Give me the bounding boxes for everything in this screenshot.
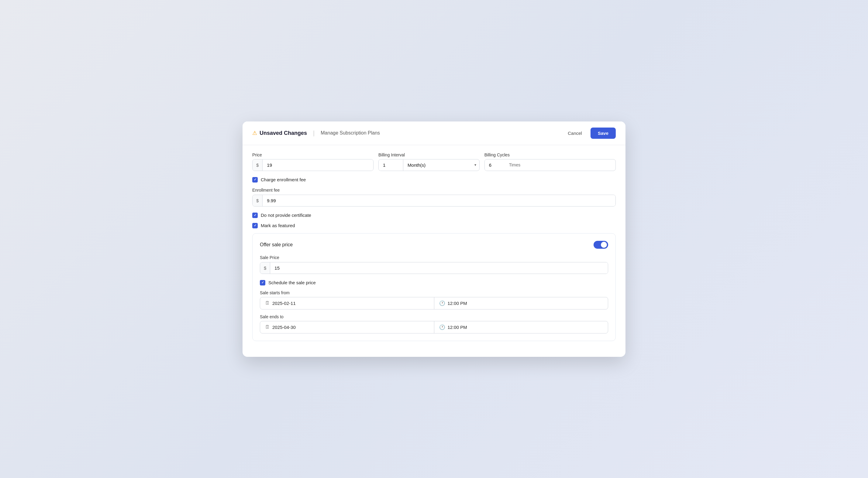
billing-interval-group: Billing Interval Month(s) Week(s) Year(s…: [378, 152, 479, 171]
sale-ends-time-field[interactable]: 🕐 12:00 PM: [434, 321, 608, 333]
checkmark-icon: ✓: [254, 224, 256, 227]
sale-price-field: Sale Price $: [260, 255, 608, 274]
sale-ends-row: 🗓 2025-04-30 🕐 12:00 PM: [260, 321, 608, 334]
unsaved-title: Unsaved Changes: [259, 130, 307, 136]
modal-container: ⚠ Unsaved Changes | Manage Subscription …: [243, 122, 625, 357]
calendar-icon: 🗓: [265, 325, 270, 330]
enrollment-fee-input-wrapper: $: [252, 195, 616, 206]
price-group: Price $: [252, 152, 374, 171]
sale-price-input-wrapper: $: [260, 262, 608, 274]
form-content: Price $ Billing Interval Month(s): [252, 145, 616, 341]
modal-body: Price $ Billing Interval Month(s): [243, 145, 625, 357]
sale-price-prefix: $: [260, 262, 270, 274]
mark-featured-label: Mark as featured: [261, 223, 295, 228]
cancel-button[interactable]: Cancel: [563, 128, 587, 138]
toggle-knob: [601, 242, 607, 248]
sale-starts-label: Sale starts from: [260, 290, 608, 295]
billing-interval-select[interactable]: Month(s) Week(s) Year(s): [403, 160, 479, 171]
billing-interval-input-wrapper: Month(s) Week(s) Year(s) ▾: [378, 159, 479, 171]
billing-interval-label: Billing Interval: [378, 152, 479, 157]
charge-enrollment-row: ✓ Charge enrollment fee: [252, 177, 616, 182]
sale-ends-field: Sale ends to 🗓 2025-04-30 🕐 12:00 PM: [260, 314, 608, 334]
pricing-row: Price $ Billing Interval Month(s): [252, 152, 616, 171]
billing-interval-number-input[interactable]: [379, 160, 403, 171]
clock-icon: 🕐: [439, 325, 445, 330]
checkmark-icon: ✓: [261, 281, 264, 284]
header-divider: |: [313, 130, 315, 137]
price-prefix: $: [253, 160, 262, 171]
schedule-sale-checkbox[interactable]: ✓: [260, 280, 265, 285]
sale-price-box: Offer sale price Sale Price $: [252, 233, 616, 341]
checkmark-icon: ✓: [254, 213, 256, 217]
sale-price-header: Offer sale price: [260, 241, 608, 249]
billing-cycles-suffix: Times: [509, 160, 525, 170]
checkmark-icon: ✓: [254, 178, 256, 181]
enrollment-fee-input[interactable]: [262, 195, 615, 206]
sale-ends-label: Sale ends to: [260, 314, 608, 319]
billing-cycles-input-wrapper: Times: [485, 159, 616, 171]
billing-cycles-label: Billing Cycles: [485, 152, 616, 157]
price-input[interactable]: [262, 160, 373, 171]
no-certificate-checkbox[interactable]: ✓: [252, 213, 258, 218]
save-button[interactable]: Save: [591, 128, 616, 139]
sale-price-label: Sale Price: [260, 255, 279, 260]
sale-starts-date-field[interactable]: 🗓 2025-02-11: [260, 297, 434, 309]
calendar-icon: 🗓: [265, 300, 270, 306]
clock-icon: 🕐: [439, 300, 445, 306]
price-input-wrapper: $: [252, 159, 374, 171]
sale-ends-date-value: 2025-04-30: [272, 325, 296, 330]
sale-ends-time-value: 12:00 PM: [448, 325, 467, 330]
warning-icon: ⚠: [252, 130, 257, 136]
charge-enrollment-label: Charge enrollment fee: [261, 177, 306, 182]
sale-starts-field: Sale starts from 🗓 2025-02-11 🕐 12:00 PM: [260, 290, 608, 309]
mark-featured-checkbox[interactable]: ✓: [252, 223, 258, 228]
enrollment-fee-label: Enrollment fee: [252, 188, 280, 193]
sale-starts-date-value: 2025-02-11: [272, 301, 296, 306]
no-certificate-label: Do not provide certificate: [261, 213, 311, 218]
sale-ends-date-field[interactable]: 🗓 2025-04-30: [260, 321, 434, 333]
billing-cycles-group: Billing Cycles Times: [485, 152, 616, 171]
charge-enrollment-checkbox[interactable]: ✓: [252, 177, 258, 182]
sale-starts-time-field[interactable]: 🕐 12:00 PM: [434, 297, 608, 309]
offer-sale-price-label: Offer sale price: [260, 242, 293, 247]
mark-featured-row: ✓ Mark as featured: [252, 223, 616, 228]
schedule-sale-row: ✓ Schedule the sale price: [260, 280, 608, 285]
header-actions: Cancel Save: [563, 128, 616, 139]
schedule-sale-label: Schedule the sale price: [268, 280, 316, 285]
offer-sale-price-toggle[interactable]: [594, 241, 608, 249]
no-certificate-row: ✓ Do not provide certificate: [252, 213, 616, 218]
header-left: ⚠ Unsaved Changes | Manage Subscription …: [252, 130, 563, 137]
billing-cycles-input[interactable]: [485, 160, 509, 171]
price-label: Price: [252, 152, 374, 157]
billing-interval-select-wrapper: Month(s) Week(s) Year(s) ▾: [403, 160, 479, 171]
unsaved-indicator: ⚠ Unsaved Changes: [252, 130, 307, 136]
sale-starts-time-value: 12:00 PM: [448, 301, 467, 306]
sale-starts-row: 🗓 2025-02-11 🕐 12:00 PM: [260, 297, 608, 309]
modal-header: ⚠ Unsaved Changes | Manage Subscription …: [243, 122, 625, 145]
breadcrumb: Manage Subscription Plans: [321, 130, 380, 136]
enrollment-fee-prefix: $: [253, 195, 262, 206]
sale-price-input[interactable]: [270, 262, 608, 274]
enrollment-fee-field: Enrollment fee $: [252, 187, 616, 206]
